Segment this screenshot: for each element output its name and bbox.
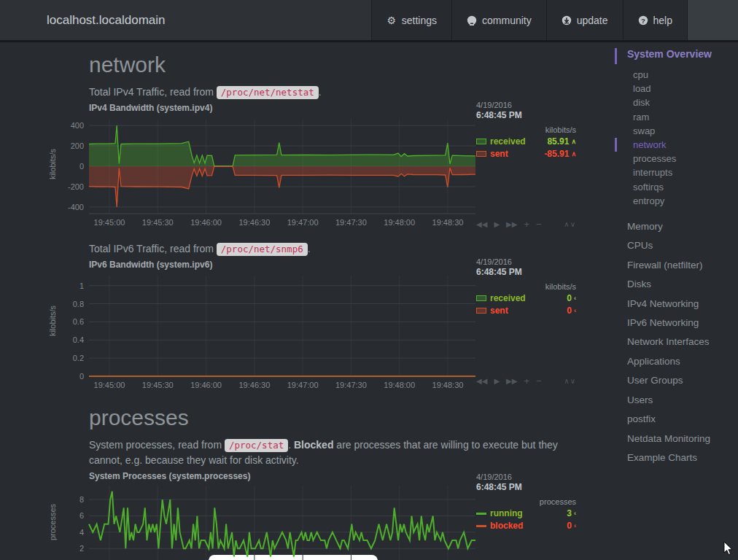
toolbar-resize-icon[interactable]: ∧∨ <box>564 220 576 228</box>
chart-plot-ipv6[interactable]: 19:45:0019:45:3019:46:0019:46:3019:47:00… <box>48 270 478 389</box>
github-icon <box>467 15 477 26</box>
legend-caret-icon: ‹ <box>574 295 576 302</box>
svg-text:19:46:00: 19:46:00 <box>190 218 222 227</box>
sidebar-category-user-groups[interactable]: User Groups <box>627 371 738 390</box>
legend-swatch-running <box>476 513 486 515</box>
svg-text:2: 2 <box>79 544 84 553</box>
svg-text:19:45:30: 19:45:30 <box>142 381 174 389</box>
legend-swatch-sent <box>476 308 486 314</box>
legend-swatch-sent <box>476 151 486 157</box>
legend-row-received[interactable]: received85.91∧ <box>476 136 576 147</box>
legend-row-blocked[interactable]: blocked0‹ <box>476 521 576 531</box>
toolbar-rewind-icon[interactable]: ◀◀ <box>476 377 487 385</box>
svg-text:19:47:00: 19:47:00 <box>287 381 319 389</box>
toolbar-play-icon[interactable]: ▶ <box>494 220 500 228</box>
sidebar-item-cpu[interactable]: cpu <box>633 68 738 82</box>
sidebar-active-bar <box>615 138 617 152</box>
toolbar-zoom-out-icon[interactable]: − <box>536 376 542 386</box>
processes-proc-path-code: /proc/stat <box>225 439 288 452</box>
sidebar-category-users[interactable]: Users <box>627 391 738 410</box>
legend-row-sent[interactable]: sent-85.91∧ <box>476 149 576 159</box>
sidebar-category-postfix[interactable]: postfix <box>627 410 738 429</box>
sidebar-item-disk[interactable]: disk <box>633 96 738 109</box>
svg-text:400: 400 <box>71 121 84 130</box>
toolbar-zoom-in-icon[interactable]: + <box>524 219 529 230</box>
legend-value-sent: 0 <box>567 306 572 316</box>
svg-text:19:45:00: 19:45:00 <box>94 381 125 389</box>
sidebar-category-netdata-monitoring[interactable]: Netdata Monitoring <box>627 429 738 448</box>
svg-text:4: 4 <box>79 528 84 537</box>
legend-caret-icon: ‹ <box>574 510 576 517</box>
chart-plot-ipv4[interactable]: 19:45:0019:45:3019:46:0019:46:3019:47:00… <box>48 113 478 233</box>
navbar-right-pad <box>688 0 738 40</box>
sidebar-category-applications[interactable]: Applications <box>627 352 738 371</box>
legend-label-received: received <box>490 136 526 147</box>
sidebar-item-ram[interactable]: ram <box>633 110 738 124</box>
sidebar-item-network[interactable]: network <box>633 138 738 152</box>
legend-value-blocked: 0 <box>567 521 572 531</box>
sidebar-category-ipv6-networking[interactable]: IPv6 Networking <box>627 314 738 332</box>
navbar-button-update[interactable]: update <box>547 0 624 40</box>
cloud-download-icon <box>562 15 572 26</box>
toolbar-zoom-out-icon[interactable]: − <box>536 219 542 230</box>
sidebar-item-swap[interactable]: swap <box>633 124 738 138</box>
legend-value-running: 3 <box>567 508 572 518</box>
legend-caret-icon: ‹ <box>574 307 576 314</box>
svg-text:19:46:00: 19:46:00 <box>190 381 222 389</box>
legend-units: kilobits/s <box>476 282 576 291</box>
svg-text:19:47:30: 19:47:30 <box>335 381 367 389</box>
chart-plot-processes[interactable]: 8642 <box>48 480 478 560</box>
navbar-button-settings[interactable]: ⚙settings <box>371 0 452 40</box>
legend-row-sent[interactable]: sent0‹ <box>476 306 576 316</box>
chart-legend-processes: 4/19/20166:48:45 PMprocessesrunning3‹blo… <box>476 472 576 531</box>
ipv4-proc-path-code: /proc/net/netstat <box>217 86 319 99</box>
legend-date: 4/19/2016 <box>476 101 576 109</box>
ipv4-desc-period: . <box>319 86 322 98</box>
sidebar-category-network-interfaces[interactable]: Network Interfaces <box>627 332 738 351</box>
toolbar-fast-forward-icon[interactable]: ▶▶ <box>506 377 517 385</box>
processes-desc-dot: . <box>288 439 294 451</box>
sidebar-item-softirqs[interactable]: softirqs <box>633 180 738 194</box>
svg-text:-400: -400 <box>68 203 84 211</box>
sidebar-nav: System Overview cpuloaddiskramswapnetwor… <box>615 48 738 467</box>
sidebar-category-disks[interactable]: Disks <box>627 275 738 294</box>
toolbar-rewind-icon[interactable]: ◀◀ <box>476 220 487 228</box>
legend-units: processes <box>476 497 576 506</box>
sidebar-accent-bar <box>615 48 617 64</box>
legend-row-running[interactable]: running3‹ <box>476 508 576 518</box>
sidebar-category-cpus[interactable]: CPUs <box>627 236 738 255</box>
sidebar-category-memory[interactable]: Memory <box>627 217 738 236</box>
processes-desc-text: System processes, read from <box>89 439 225 451</box>
legend-time: 6:48:45 PM <box>476 267 576 277</box>
legend-label-blocked: blocked <box>490 521 523 531</box>
navbar-buttons: ⚙settingscommunityupdate?help <box>371 0 688 40</box>
sidebar-item-load[interactable]: load <box>633 82 738 96</box>
ipv4-description: Total IPv4 Traffic, read from /proc/net/… <box>89 85 322 100</box>
navbar-button-community[interactable]: community <box>452 0 547 40</box>
navbar-button-help[interactable]: ?help <box>624 0 688 40</box>
sidebar-title-system-overview[interactable]: System Overview <box>615 48 738 60</box>
chart-legend-ipv6: 4/19/20166:48:45 PMkilobits/sreceived0‹s… <box>476 257 576 316</box>
legend-row-received[interactable]: received0‹ <box>476 293 576 303</box>
legend-date: 4/19/2016 <box>476 257 576 266</box>
sidebar-category-example-charts[interactable]: Example Charts <box>627 448 738 467</box>
navbar: localhost.localdomain ⚙settingscommunity… <box>0 0 738 42</box>
sidebar-category-ipv4-networking[interactable]: IPv4 Networking <box>627 295 738 314</box>
legend-value-sent: -85.91 <box>544 149 569 159</box>
sidebar-item-interrupts[interactable]: interrupts <box>633 166 738 179</box>
svg-text:1: 1 <box>79 281 84 290</box>
svg-text:-200: -200 <box>68 182 84 191</box>
toolbar-resize-icon[interactable]: ∧∨ <box>564 377 576 385</box>
toolbar-zoom-in-icon[interactable]: + <box>524 376 529 386</box>
section-heading-processes: processes <box>89 405 189 430</box>
sidebar-item-entropy[interactable]: entropy <box>633 194 738 208</box>
svg-text:19:48:00: 19:48:00 <box>384 381 415 389</box>
sidebar-title-label: System Overview <box>627 48 712 60</box>
svg-text:?: ? <box>641 16 645 24</box>
sidebar-category-firewall-netfilter-[interactable]: Firewall (netfilter) <box>627 256 738 275</box>
toolbar-play-icon[interactable]: ▶ <box>494 377 500 385</box>
toolbar-fast-forward-icon[interactable]: ▶▶ <box>506 220 517 228</box>
svg-text:19:48:00: 19:48:00 <box>384 218 415 227</box>
mouse-cursor <box>723 541 734 556</box>
sidebar-item-processes[interactable]: processes <box>633 152 738 166</box>
